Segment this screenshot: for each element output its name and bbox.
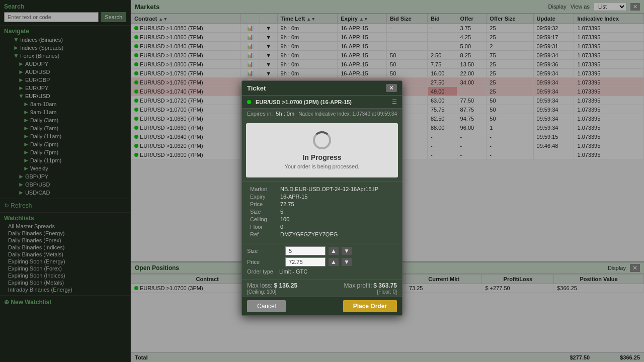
order-price-val: 72.75: [280, 201, 294, 207]
in-progress-title: In Progress: [302, 153, 341, 161]
order-ceiling-row: Ceiling 100: [250, 216, 394, 222]
form-price-row: Price ▲ ▼: [247, 257, 397, 266]
modal-contract: EUR/USD >1.0700 (3PM) (16-APR-15) ☰: [242, 96, 402, 109]
order-buttons: Cancel Place Order: [242, 297, 402, 315]
form-size-row: Size ▲ ▼: [247, 246, 397, 255]
modal-overlay: Ticket ✕ EUR/USD >1.0700 (3PM) (16-APR-1…: [0, 0, 644, 362]
max-profit-val: $ 363.75: [373, 282, 397, 289]
form-price-input[interactable]: [285, 257, 326, 266]
order-expiry-row: Expiry 16-APR-15: [250, 194, 394, 200]
order-price-row: Price 72.75: [250, 201, 394, 207]
order-details: Market NB.D.EUR-USD.OPT-24-12-16Apr15.IP…: [242, 182, 402, 243]
modal-expires: Expires in: 5h : 0m Nadex Indicative Ind…: [242, 109, 402, 119]
order-ref-label: Ref: [250, 231, 280, 237]
order-size-row: Size 5: [250, 209, 394, 215]
price-up-button[interactable]: ▲: [329, 258, 339, 266]
max-loss-note: [Ceiling: 100]: [247, 289, 276, 295]
max-profit-note: [Floor: 0]: [377, 289, 397, 295]
ticket-modal: Ticket ✕ EUR/USD >1.0700 (3PM) (16-APR-1…: [242, 80, 403, 316]
nadex-note: Nadex Indicative Index: 1.07340 at 09:59…: [298, 111, 397, 117]
place-order-button[interactable]: Place Order: [343, 300, 397, 312]
max-profit-label: Max profit:: [344, 282, 372, 289]
order-size-label: Size: [250, 209, 280, 215]
modal-menu-icon[interactable]: ☰: [392, 99, 397, 105]
order-ref-row: Ref DMZYGFGZYEY7QEG: [250, 231, 394, 237]
expires-value: 5h : 0m: [276, 111, 294, 117]
in-progress-subtitle: Your order is being processed.: [285, 163, 360, 169]
order-ref-val: DMZYGFGZYEY7QEG: [280, 231, 338, 237]
contract-status-icon: [247, 100, 251, 104]
form-order-type-row: Order type Limit - GTC: [247, 268, 397, 275]
spinner-icon: [313, 131, 331, 149]
modal-contract-text: EUR/USD >1.0700 (3PM) (16-APR-15): [256, 99, 389, 105]
cancel-button[interactable]: Cancel: [247, 300, 286, 312]
max-loss-val: $ 136.25: [274, 282, 297, 289]
order-ceiling-val: 100: [280, 216, 289, 222]
modal-title: Ticket: [247, 84, 266, 92]
form-order-type-label: Order type: [247, 268, 273, 275]
order-market-row: Market NB.D.EUR-USD.OPT-24-12-16Apr15.IP: [250, 186, 394, 192]
modal-close-button[interactable]: ✕: [386, 84, 397, 92]
order-floor-label: Floor: [250, 224, 280, 230]
order-form: Size ▲ ▼ Price ▲ ▼ Order type Limit - GT…: [242, 243, 402, 280]
modal-header: Ticket ✕: [242, 81, 402, 96]
max-loss-item: Max loss: $ 136.25 [Ceiling: 100]: [247, 282, 297, 295]
expires-label: Expires in:: [247, 111, 273, 117]
order-expiry-label: Expiry: [250, 194, 280, 200]
order-floor-val: 0: [280, 224, 283, 230]
in-progress-section: In Progress Your order is being processe…: [246, 123, 398, 177]
max-loss-label: Max loss:: [247, 282, 273, 289]
order-price-label: Price: [250, 201, 280, 207]
price-down-button[interactable]: ▼: [342, 258, 352, 266]
order-ceiling-label: Ceiling: [250, 216, 280, 222]
order-market-label: Market: [250, 186, 280, 192]
order-size-val: 5: [280, 209, 283, 215]
size-down-button[interactable]: ▼: [342, 247, 352, 255]
order-maxmin: Max loss: $ 136.25 [Ceiling: 100] Max pr…: [242, 280, 402, 297]
size-up-button[interactable]: ▲: [329, 247, 339, 255]
order-market-val: NB.D.EUR-USD.OPT-24-12-16Apr15.IP: [280, 186, 378, 192]
form-size-label: Size: [247, 248, 282, 254]
form-price-label: Price: [247, 259, 282, 265]
order-expiry-val: 16-APR-15: [280, 194, 307, 200]
order-floor-row: Floor 0: [250, 224, 394, 230]
form-order-type-val: Limit - GTC: [279, 268, 307, 275]
max-profit-item: Max profit: $ 363.75 [Floor: 0]: [344, 282, 397, 295]
form-size-input[interactable]: [285, 246, 326, 255]
